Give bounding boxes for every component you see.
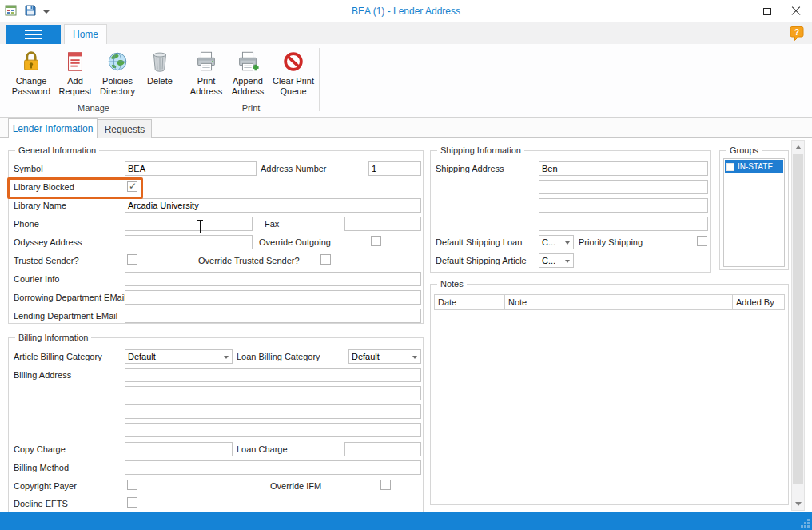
library-name-label: Library Name <box>14 201 66 211</box>
vertical-scrollbar[interactable] <box>791 140 805 511</box>
billing-address-input-4[interactable] <box>125 423 421 437</box>
borrowing-email-label: Borrowing Department EMail <box>14 293 126 303</box>
phone-label: Phone <box>14 219 39 229</box>
loan-billing-category-label: Loan Billing Category <box>237 352 320 362</box>
shipping-address-input-1[interactable]: Ben <box>539 161 708 176</box>
override-outgoing-checkbox[interactable] <box>371 236 381 246</box>
tab-lender-information[interactable]: Lender Information <box>8 118 98 138</box>
append-address-button[interactable]: Append Address <box>225 48 270 97</box>
billing-information-group: Billing Information Article Billing Cate… <box>8 337 424 512</box>
change-password-button[interactable]: Change Password <box>6 48 56 97</box>
override-ifm-checkbox[interactable] <box>380 480 391 490</box>
borrowing-email-input[interactable] <box>125 290 421 305</box>
billing-method-input[interactable] <box>125 460 421 475</box>
lending-email-input[interactable] <box>125 309 421 323</box>
maximize-button[interactable] <box>753 0 782 22</box>
close-button[interactable] <box>782 0 810 22</box>
symbol-input[interactable]: BEA <box>125 161 257 176</box>
priority-shipping-checkbox[interactable] <box>697 236 707 246</box>
general-information-group: General Information Symbol BEA Address N… <box>8 150 424 324</box>
default-shipping-article-label: Default Shipping Article <box>436 256 527 266</box>
scrollbar-thumb[interactable] <box>793 154 803 484</box>
tab-requests[interactable]: Requests <box>98 119 152 138</box>
default-shipping-loan-dropdown[interactable]: C... <box>539 235 574 249</box>
billing-address-input-2[interactable] <box>125 386 421 400</box>
scroll-down-icon <box>795 502 802 506</box>
shipping-address-input-4[interactable] <box>539 217 708 231</box>
library-name-input[interactable]: Arcadia University <box>125 198 421 213</box>
groups-group: Groups IN-STATE <box>719 150 789 270</box>
shipping-address-input-3[interactable] <box>539 198 708 213</box>
group-item-label: IN-STATE <box>738 162 773 171</box>
group-list-item[interactable]: IN-STATE <box>725 160 783 173</box>
change-password-label: Change Password <box>6 76 56 97</box>
library-blocked-checkbox[interactable] <box>127 181 137 192</box>
scroll-up-button[interactable] <box>792 141 804 153</box>
append-address-label: Append Address <box>225 76 270 97</box>
print-address-button[interactable]: Print Address <box>187 48 225 97</box>
shipping-information-group: Shipping Information Shipping Address Be… <box>430 150 711 273</box>
ribbon: Change Password Add Request <box>0 44 812 118</box>
policies-directory-button[interactable]: Policies Directory <box>94 48 141 97</box>
policies-directory-label: Policies Directory <box>94 76 141 97</box>
group-item-checkbox[interactable] <box>726 163 734 171</box>
default-shipping-loan-label: Default Shipping Loan <box>436 237 522 248</box>
groups-list: IN-STATE <box>723 158 785 267</box>
add-request-button[interactable]: Add Request <box>56 48 94 97</box>
loan-charge-input[interactable] <box>344 442 421 456</box>
ribbon-tab-home[interactable]: Home <box>64 24 107 44</box>
courier-info-input[interactable] <box>125 272 421 286</box>
svg-text:?: ? <box>794 28 799 37</box>
trusted-sender-checkbox[interactable] <box>127 254 137 265</box>
ribbon-group-label-manage: Manage <box>5 103 182 113</box>
article-billing-category-label: Article Billing Category <box>14 352 102 362</box>
docline-efts-label: Docline EFTS <box>14 499 68 509</box>
notes-column-note[interactable]: Note <box>505 295 733 309</box>
resize-grip-icon[interactable] <box>800 518 810 528</box>
loan-billing-category-dropdown[interactable]: Default <box>348 349 421 364</box>
fax-input[interactable] <box>344 217 421 231</box>
phone-input[interactable] <box>125 217 253 231</box>
override-outgoing-label: Override Outgoing <box>259 237 331 248</box>
delete-button[interactable]: Delete <box>141 48 179 86</box>
printer-plus-icon <box>236 49 260 74</box>
menu-button[interactable] <box>6 25 61 44</box>
notes-group: Notes Date Note Added By <box>430 284 789 505</box>
docline-efts-checkbox[interactable] <box>127 497 137 508</box>
shipping-address-input-2[interactable] <box>539 180 708 194</box>
default-shipping-article-dropdown[interactable]: C... <box>539 253 574 268</box>
trash-icon <box>148 49 172 74</box>
library-blocked-label: Library Blocked <box>14 182 74 193</box>
minimize-button[interactable] <box>724 0 753 22</box>
odyssey-address-input[interactable] <box>125 235 253 249</box>
clear-print-queue-button[interactable]: Clear Print Queue <box>270 48 316 97</box>
address-number-input[interactable]: 1 <box>368 161 421 176</box>
billing-information-title: Billing Information <box>15 333 91 342</box>
shipping-information-title: Shipping Information <box>437 145 524 155</box>
priority-shipping-label: Priority Shipping <box>579 237 643 248</box>
billing-address-label: Billing Address <box>14 370 71 381</box>
loan-charge-label: Loan Charge <box>237 444 288 455</box>
override-trusted-sender-checkbox[interactable] <box>320 254 331 265</box>
ribbon-group-manage: Change Password Add Request <box>5 44 185 116</box>
scroll-down-button[interactable] <box>792 497 804 510</box>
ribbon-group-label-print: Print <box>185 103 316 113</box>
add-request-icon <box>63 49 87 74</box>
copy-charge-input[interactable] <box>125 442 233 456</box>
billing-address-input-1[interactable] <box>125 368 421 382</box>
billing-method-label: Billing Method <box>14 463 69 473</box>
no-sign-icon <box>281 49 305 74</box>
ribbon-group-print: Print Address Appen <box>185 44 320 116</box>
fax-label: Fax <box>265 219 279 229</box>
copyright-payer-checkbox[interactable] <box>127 480 137 490</box>
billing-address-input-3[interactable] <box>125 404 421 419</box>
notes-column-date[interactable]: Date <box>435 295 505 309</box>
ribbon-tab-row: Home ? <box>0 22 812 44</box>
notes-column-added-by[interactable]: Added By <box>733 295 784 309</box>
help-icon[interactable]: ? <box>790 26 804 42</box>
override-trusted-sender-label: Override Trusted Sender? <box>198 256 300 266</box>
notes-table-body <box>434 310 785 501</box>
article-billing-category-dropdown[interactable]: Default <box>125 349 233 364</box>
printer-icon <box>194 49 218 74</box>
trusted-sender-label: Trusted Sender? <box>14 256 79 266</box>
